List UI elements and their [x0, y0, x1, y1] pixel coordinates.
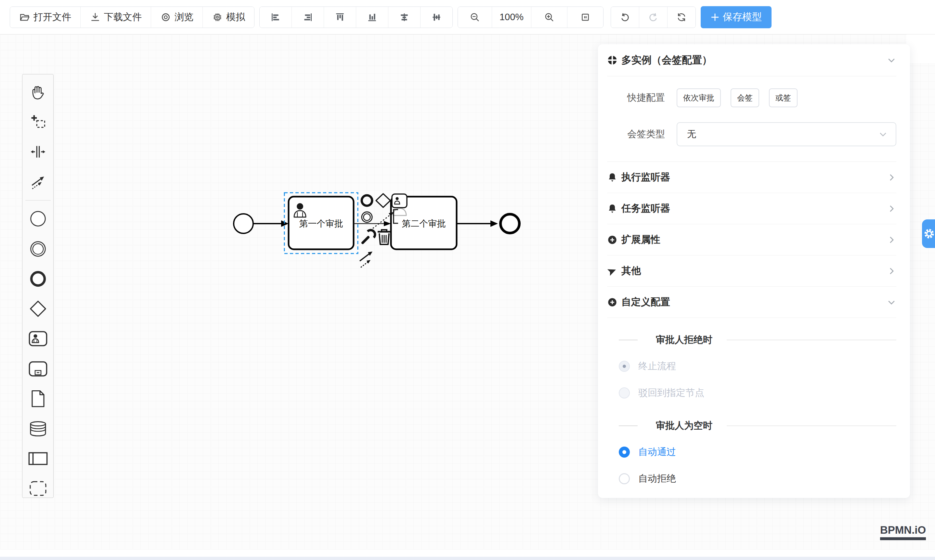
- sequence-flow-3[interactable]: [457, 220, 498, 227]
- change-type-wrench-icon[interactable]: [363, 230, 375, 243]
- align-bottom-button[interactable]: [356, 7, 388, 28]
- quick-option-countersign-button[interactable]: 会签: [730, 88, 759, 107]
- save-model-button[interactable]: 保存模型: [701, 6, 772, 28]
- space-tool[interactable]: [28, 143, 48, 160]
- radio-return-to-node[interactable]: 驳回到指定节点: [619, 385, 897, 400]
- open-folder-icon: [19, 12, 30, 23]
- palette-data-store[interactable]: [28, 420, 48, 437]
- participant-icon: [28, 452, 48, 465]
- user-task-icon: [29, 331, 48, 346]
- palette-gateway[interactable]: [28, 300, 48, 318]
- section-label: 任务监听器: [621, 202, 670, 215]
- bpmn-diagram: 第一个审批 第二个审批: [211, 182, 536, 273]
- group-icon: [29, 481, 47, 496]
- start-event-icon: [29, 210, 46, 227]
- align-top-icon: [334, 12, 346, 23]
- sequence-flow-1[interactable]: [253, 220, 289, 227]
- connect-tool-icon[interactable]: [360, 252, 372, 267]
- download-file-button[interactable]: 下载文件: [80, 7, 151, 28]
- chevron-right-icon: [887, 235, 897, 245]
- data-object-icon: [31, 390, 45, 408]
- panel-title: 多实例（会签配置）: [621, 53, 712, 67]
- divider: [727, 425, 897, 426]
- quick-option-sequential-button[interactable]: 依次审批: [677, 88, 721, 107]
- append-end-event-icon[interactable]: [362, 195, 372, 206]
- radio-terminate-process[interactable]: 终止流程: [619, 359, 897, 374]
- reset-button[interactable]: [667, 7, 695, 28]
- zoom-out-button[interactable]: [458, 7, 492, 28]
- task1-label: 第一个审批: [299, 219, 343, 228]
- redo-icon: [648, 12, 659, 23]
- lasso-tool[interactable]: [28, 113, 48, 131]
- chevron-right-icon: [887, 204, 897, 214]
- hand-icon: [29, 83, 46, 100]
- radio-auto-reject[interactable]: 自动拒绝: [619, 471, 897, 486]
- task-first-approval[interactable]: 第一个审批: [289, 197, 354, 249]
- sign-type-select[interactable]: 无: [677, 122, 897, 146]
- palette-subprocess[interactable]: [28, 360, 48, 378]
- palette-end-event[interactable]: [28, 270, 48, 288]
- logo-underline: [880, 537, 926, 540]
- browse-button[interactable]: 浏览: [151, 7, 203, 28]
- zoom-in-button[interactable]: [531, 7, 567, 28]
- palette-data-object[interactable]: [28, 390, 48, 408]
- sign-type-row: 会签类型 无: [607, 122, 897, 146]
- align-center-horizontal-button[interactable]: [388, 7, 420, 28]
- align-top-button[interactable]: [324, 7, 356, 28]
- section-other[interactable]: 其他: [607, 255, 897, 287]
- data-store-icon: [29, 421, 47, 437]
- fit-viewport-button[interactable]: [567, 7, 603, 28]
- gateway-icon: [29, 300, 47, 317]
- gear-icon: [924, 228, 935, 239]
- hand-tool[interactable]: [28, 83, 48, 101]
- reject-section-header: 审批人拒绝时: [619, 333, 897, 347]
- align-middle-vertical-button[interactable]: [420, 7, 452, 28]
- section-task-listener[interactable]: 任务监听器: [607, 193, 897, 224]
- open-file-button[interactable]: 打开文件: [10, 7, 80, 28]
- redo-button[interactable]: [639, 7, 667, 28]
- intermediate-event-icon: [29, 240, 46, 257]
- section-custom-config[interactable]: 自定义配置: [607, 287, 897, 318]
- sign-type-label: 会签类型: [627, 128, 665, 141]
- append-intermediate-event-icon[interactable]: [362, 212, 372, 222]
- radio-auto-pass[interactable]: 自动通过: [619, 445, 897, 460]
- undo-icon: [620, 12, 631, 23]
- bell-icon: [607, 172, 617, 183]
- settings-toggle-button[interactable]: [922, 219, 935, 248]
- simulate-icon: [212, 12, 223, 23]
- reject-section-title: 审批人拒绝时: [656, 334, 712, 346]
- global-connect-tool[interactable]: [28, 173, 48, 191]
- download-icon: [90, 12, 101, 23]
- append-user-task-icon[interactable]: [392, 194, 407, 208]
- element-palette: [22, 74, 54, 498]
- palette-intermediate-event[interactable]: [28, 240, 48, 258]
- section-extended-properties[interactable]: 扩展属性: [607, 224, 897, 255]
- download-file-label: 下载文件: [104, 11, 142, 24]
- radio-unselected-disabled-icon: [619, 388, 630, 398]
- end-event-shape[interactable]: [500, 214, 519, 233]
- section-execution-listener[interactable]: 执行监听器: [607, 162, 897, 193]
- panel-header[interactable]: 多实例（会签配置）: [607, 44, 897, 76]
- align-right-button[interactable]: [292, 7, 324, 28]
- delete-trash-icon[interactable]: [378, 230, 391, 245]
- palette-start-event[interactable]: [28, 210, 48, 228]
- undo-button[interactable]: [611, 7, 639, 28]
- canvas-top-right-notch: [906, 34, 935, 63]
- space-tool-icon: [29, 143, 46, 160]
- quick-option-orsign-button[interactable]: 或签: [769, 88, 798, 107]
- start-event-shape[interactable]: [234, 214, 253, 233]
- palette-participant[interactable]: [28, 450, 48, 468]
- chevron-down-icon: [887, 297, 897, 307]
- align-right-icon: [302, 12, 313, 23]
- align-left-button[interactable]: [260, 7, 292, 28]
- sequence-flow-2[interactable]: [354, 221, 391, 226]
- append-gateway-icon[interactable]: [376, 194, 390, 208]
- simulate-button[interactable]: 模拟: [203, 7, 254, 28]
- palette-group[interactable]: [28, 480, 48, 498]
- refresh-icon: [676, 12, 687, 23]
- chevron-right-icon: [887, 266, 897, 276]
- zoom-level[interactable]: 100%: [492, 7, 531, 28]
- radio-label: 终止流程: [638, 360, 676, 373]
- palette-user-task[interactable]: [28, 330, 48, 348]
- divider: [619, 425, 638, 426]
